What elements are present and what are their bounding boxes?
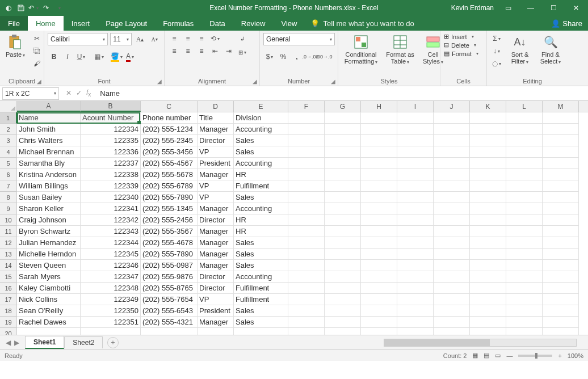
tab-page-layout[interactable]: Page Layout xyxy=(98,16,155,31)
column-header-B[interactable]: B xyxy=(81,101,141,112)
sheet-nav-next[interactable]: ▶ xyxy=(14,339,19,347)
column-header-K[interactable]: K xyxy=(470,101,506,112)
underline-button[interactable]: U xyxy=(75,51,87,62)
cell[interactable] xyxy=(397,328,434,335)
tab-insert[interactable]: Insert xyxy=(64,16,98,31)
column-header-C[interactable]: C xyxy=(141,101,198,112)
cell[interactable]: VP xyxy=(198,192,234,203)
merge-center-button[interactable]: ⊞ xyxy=(238,47,246,58)
cell[interactable]: Kristina Anderson xyxy=(17,169,81,180)
cell[interactable]: (202) 555-4567 xyxy=(141,158,198,169)
cell[interactable] xyxy=(434,180,470,192)
comma-format-button[interactable]: , xyxy=(291,51,303,62)
view-break-icon[interactable]: ▭ xyxy=(495,352,501,359)
cell[interactable] xyxy=(543,146,579,158)
cell[interactable] xyxy=(361,124,397,135)
cell[interactable]: 122341 xyxy=(81,203,141,214)
cell[interactable] xyxy=(288,283,325,294)
cell[interactable] xyxy=(141,328,198,335)
cell[interactable] xyxy=(325,146,361,158)
sort-filter-button[interactable]: A↓ Sort & Filter xyxy=(506,33,534,77)
view-layout-icon[interactable]: ▤ xyxy=(484,352,489,359)
cell[interactable]: (202) 555-7654 xyxy=(141,294,198,305)
column-header-J[interactable]: J xyxy=(434,101,470,112)
cell[interactable]: Sales xyxy=(234,192,288,203)
cell[interactable] xyxy=(288,328,325,335)
cell[interactable]: VP xyxy=(198,146,234,158)
cell[interactable] xyxy=(434,317,470,328)
cell[interactable] xyxy=(198,328,234,335)
cell[interactable]: (202) 555-3456 xyxy=(141,146,198,158)
cell[interactable] xyxy=(434,237,470,249)
number-format-combo[interactable]: General▾ xyxy=(263,33,335,45)
cell[interactable] xyxy=(325,260,361,271)
row-header[interactable]: 12 xyxy=(0,237,17,249)
formula-input[interactable]: Name xyxy=(95,89,588,98)
cell[interactable] xyxy=(325,180,361,192)
cell[interactable] xyxy=(361,271,397,283)
delete-cells-button[interactable]: ⊟Delete▾ xyxy=(444,41,478,49)
cell[interactable]: 122344 xyxy=(81,237,141,249)
cell[interactable] xyxy=(434,226,470,237)
cell[interactable] xyxy=(506,169,543,180)
tab-home[interactable]: Home xyxy=(28,16,64,31)
decrease-font-button[interactable]: A▾ xyxy=(148,33,161,45)
cell[interactable] xyxy=(397,214,434,226)
cell[interactable] xyxy=(288,124,325,135)
cut-button[interactable]: ✂ xyxy=(31,33,43,44)
cell[interactable] xyxy=(288,305,325,317)
cell[interactable]: Sharon Keller xyxy=(17,203,81,214)
cell[interactable] xyxy=(361,237,397,249)
cell[interactable]: Manager xyxy=(198,226,234,237)
minimize-icon[interactable]: — xyxy=(522,2,539,14)
cell[interactable]: Sales xyxy=(234,135,288,146)
cell[interactable] xyxy=(325,192,361,203)
cell[interactable] xyxy=(325,203,361,214)
cell[interactable] xyxy=(397,294,434,305)
cell[interactable]: 122345 xyxy=(81,249,141,260)
cell[interactable]: Kaley Ciambotti xyxy=(17,283,81,294)
zoom-in-button[interactable]: + xyxy=(558,352,561,359)
cell[interactable]: (202) 555-2345 xyxy=(141,135,198,146)
cell[interactable] xyxy=(288,249,325,260)
share-button[interactable]: 👤 Share xyxy=(545,16,588,31)
cell[interactable]: Sales xyxy=(234,317,288,328)
cell[interactable]: President xyxy=(198,305,234,317)
cell[interactable] xyxy=(506,214,543,226)
increase-font-button[interactable]: A▴ xyxy=(134,33,146,45)
cell[interactable]: (202) 555-1234 xyxy=(141,124,198,135)
cell[interactable] xyxy=(234,328,288,335)
font-dialog-launcher[interactable]: ◢ xyxy=(157,78,162,85)
paste-button[interactable]: Paste xyxy=(3,33,27,77)
cell[interactable]: Sales xyxy=(234,305,288,317)
cell[interactable]: (202) 555-8765 xyxy=(141,283,198,294)
cell[interactable] xyxy=(543,214,579,226)
bold-button[interactable]: B xyxy=(48,51,60,62)
cell[interactable] xyxy=(506,317,543,328)
cell[interactable]: 122347 xyxy=(81,271,141,283)
cell[interactable] xyxy=(397,146,434,158)
cell[interactable]: 122351 xyxy=(81,317,141,328)
orientation-button[interactable]: ⟲ xyxy=(209,33,221,44)
cell[interactable] xyxy=(506,135,543,146)
cell[interactable]: Manager xyxy=(198,124,234,135)
cell[interactable] xyxy=(288,135,325,146)
account-name[interactable]: Kevin Erdman xyxy=(451,4,494,12)
row-header[interactable]: 10 xyxy=(0,214,17,226)
cell[interactable]: Samantha Bly xyxy=(17,158,81,169)
cell[interactable]: President xyxy=(198,158,234,169)
column-header-H[interactable]: H xyxy=(361,101,397,112)
cell[interactable]: John Smith xyxy=(17,124,81,135)
row-header[interactable]: 17 xyxy=(0,294,17,305)
cell[interactable]: HR xyxy=(234,214,288,226)
cell[interactable] xyxy=(397,158,434,169)
fill-color-button[interactable]: 🪣 xyxy=(110,51,123,62)
copy-button[interactable]: ⿻ xyxy=(31,45,43,57)
cell[interactable] xyxy=(470,317,506,328)
cell[interactable] xyxy=(434,328,470,335)
row-header[interactable]: 6 xyxy=(0,169,17,180)
cell[interactable] xyxy=(81,328,141,335)
cell[interactable]: Sales xyxy=(234,249,288,260)
align-right-button[interactable]: ≡ xyxy=(195,45,208,57)
redo-icon[interactable]: ↷ xyxy=(41,3,51,13)
